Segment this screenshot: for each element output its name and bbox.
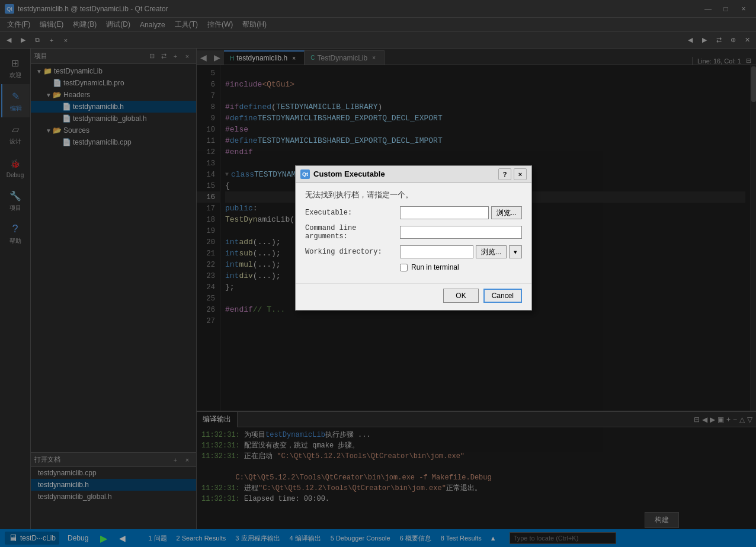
dialog-controls: ? × [498,168,527,180]
terminal-checkbox[interactable] [400,264,408,271]
dialog-warning: 无法找到执行档，请指定一个。 [305,190,522,200]
terminal-label: Run in terminal [411,263,459,271]
cmdline-label: Command line arguments: [305,224,400,241]
workdir-label: Working directory: [305,248,400,256]
executable-browse-btn[interactable]: 浏览... [491,206,522,219]
dialog-help-btn[interactable]: ? [498,168,511,180]
workdir-row: Working directory: 浏览... ▾ [305,245,522,258]
executable-label: Executable: [305,209,400,217]
dialog-title-bar: Qt Custom Executable ? × [296,166,531,183]
dialog-icon: Qt [300,169,310,179]
custom-executable-dialog: Qt Custom Executable ? × 无法找到执行档，请指定一个。 … [295,165,532,311]
workdir-extra-btn[interactable]: ▾ [509,245,522,258]
dialog-cancel-btn[interactable]: Cancel [483,289,522,303]
dialog-title: Custom Executable [313,169,498,178]
terminal-row: Run in terminal [305,263,522,271]
dialog-footer: OK Cancel [296,283,531,310]
executable-row: Executable: 浏览... [305,206,522,219]
modal-overlay: Qt Custom Executable ? × 无法找到执行档，请指定一个。 … [0,0,756,547]
dialog-ok-btn[interactable]: OK [443,289,478,303]
workdir-input[interactable] [400,245,473,258]
executable-input[interactable] [400,206,489,219]
dialog-body: 无法找到执行档，请指定一个。 Executable: 浏览... Command… [296,183,531,283]
cmdline-row: Command line arguments: [305,224,522,241]
cmdline-input[interactable] [400,226,522,239]
workdir-browse-btn[interactable]: 浏览... [476,245,507,258]
dialog-close-btn[interactable]: × [514,168,527,180]
